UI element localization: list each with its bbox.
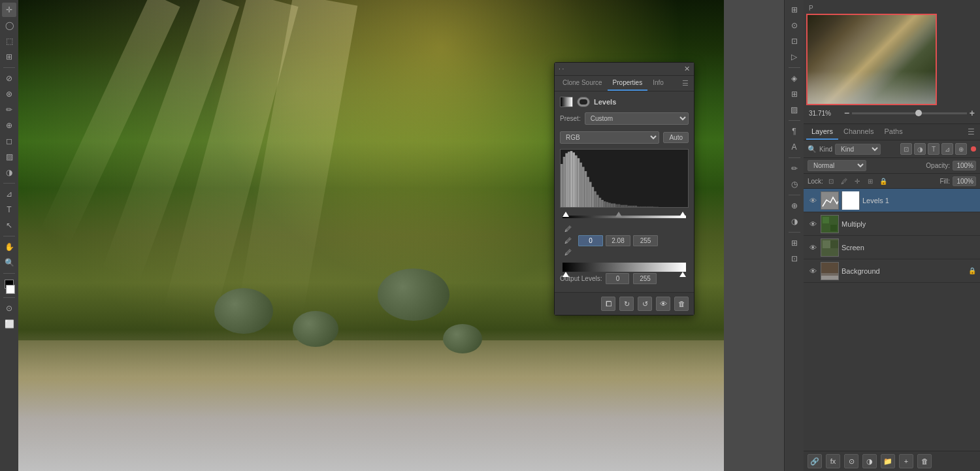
- gradient-panel-btn[interactable]: ▨: [787, 103, 802, 117]
- tab-layers[interactable]: Layers: [806, 124, 838, 140]
- screen-mode-tool[interactable]: ⬜: [2, 317, 16, 331]
- layer-item-levels1[interactable]: 👁 Levels 1: [804, 189, 980, 212]
- preset-select[interactable]: Custom Default Darker Increase Contrast …: [585, 112, 689, 125]
- eraser-tool[interactable]: ◻: [2, 134, 16, 148]
- text-tool[interactable]: T: [2, 203, 16, 217]
- marquee-tool[interactable]: ⬚: [2, 34, 16, 48]
- heal-tool[interactable]: ⊛: [2, 87, 16, 101]
- add-style-btn[interactable]: fx: [826, 454, 840, 468]
- vector-filter-btn[interactable]: ⊿: [941, 143, 953, 155]
- layer-visibility-icon[interactable]: [577, 97, 590, 107]
- white-input-triangle[interactable]: [679, 212, 686, 217]
- black-output-triangle[interactable]: [563, 272, 569, 277]
- tool-presets-btn[interactable]: ◷: [787, 177, 802, 191]
- adjustments-btn[interactable]: ◑: [787, 214, 802, 229]
- character-btn[interactable]: A: [787, 140, 802, 154]
- layer-item-screen[interactable]: 👁 Screen: [804, 236, 980, 259]
- properties-panel-btn[interactable]: ⊕: [787, 199, 802, 213]
- visibility-btn[interactable]: 👁: [656, 297, 670, 311]
- midtone-level-input[interactable]: [606, 235, 630, 246]
- navigator-btn[interactable]: ⊞: [787, 3, 802, 17]
- zoom-slider-thumb[interactable]: [915, 110, 922, 116]
- lock-artboard-btn[interactable]: ⊞: [865, 176, 875, 186]
- blend-mode-select[interactable]: Normal Multiply Screen Overlay: [808, 160, 866, 171]
- zoom-tool[interactable]: 🔍: [2, 255, 16, 270]
- white-eyedropper-btn[interactable]: 🖉: [563, 247, 573, 257]
- lock-all-btn[interactable]: 🔒: [878, 176, 889, 186]
- new-adjustment-btn[interactable]: ◑: [862, 454, 877, 468]
- path-select-tool[interactable]: ↖: [2, 218, 16, 233]
- midtone-input-triangle[interactable]: [615, 212, 622, 217]
- panel-close-btn[interactable]: ✕: [684, 65, 690, 73]
- lasso-tool[interactable]: ◯: [2, 18, 16, 33]
- paragraph-btn[interactable]: ¶: [787, 124, 802, 138]
- tab-properties[interactable]: Properties: [608, 76, 648, 91]
- layer-item-multiply[interactable]: 👁 Multiply: [804, 212, 980, 236]
- svg-rect-0: [561, 164, 563, 207]
- layer-vis-multiply[interactable]: 👁: [808, 219, 818, 229]
- channels-panel-btn[interactable]: ⊡: [787, 252, 802, 266]
- adjustment-filter-btn[interactable]: ◑: [914, 143, 926, 155]
- opacity-input[interactable]: [953, 161, 976, 171]
- lock-image-btn[interactable]: 🖉: [839, 176, 849, 186]
- black-eyedropper-btn[interactable]: 🖉: [563, 223, 573, 234]
- panel-tab-menu-btn[interactable]: ☰: [679, 76, 691, 91]
- type-filter-btn[interactable]: T: [928, 143, 939, 155]
- channel-select[interactable]: RGB Red Green Blue: [560, 131, 659, 144]
- layer-vis-screen[interactable]: 👁: [808, 242, 818, 253]
- clone-stamp-tool[interactable]: ⊕: [2, 118, 16, 133]
- history-btn[interactable]: ⊡: [787, 34, 802, 48]
- tab-channels[interactable]: Channels: [838, 124, 879, 140]
- preview-thumbnail[interactable]: [806, 14, 937, 105]
- link-layers-btn[interactable]: 🔗: [808, 454, 822, 468]
- tab-paths[interactable]: Paths: [879, 124, 908, 140]
- gray-eyedropper-btn[interactable]: 🖉: [563, 235, 573, 246]
- black-level-input[interactable]: [578, 235, 603, 246]
- info-btn[interactable]: ⊙: [787, 18, 802, 33]
- black-input-triangle[interactable]: [563, 212, 569, 217]
- new-group-btn[interactable]: 📁: [881, 454, 895, 468]
- tab-info[interactable]: Info: [647, 76, 669, 91]
- kind-select[interactable]: Kind: [835, 144, 881, 155]
- lock-position-btn[interactable]: ✛: [852, 176, 862, 186]
- zoom-out-btn[interactable]: −: [844, 108, 849, 118]
- color-btn[interactable]: ◈: [787, 71, 802, 86]
- cycle-btn[interactable]: ↻: [619, 297, 634, 311]
- move-tool[interactable]: ✛: [2, 3, 16, 17]
- layer-vis-background[interactable]: 👁: [808, 266, 818, 276]
- zoom-slider-track[interactable]: [852, 112, 967, 114]
- brush-tool[interactable]: ✏: [2, 103, 16, 117]
- gradient-tool[interactable]: ▨: [2, 150, 16, 164]
- quick-mask-tool[interactable]: ⊙: [2, 301, 16, 316]
- output-white-input[interactable]: [633, 273, 657, 284]
- auto-btn[interactable]: Auto: [663, 132, 689, 143]
- clip-to-layer-btn[interactable]: ⧠: [601, 297, 615, 311]
- output-black-input[interactable]: [606, 273, 629, 284]
- layers-panel-menu-btn[interactable]: ☰: [965, 124, 977, 140]
- white-output-triangle[interactable]: [679, 272, 686, 277]
- white-level-input[interactable]: [633, 235, 658, 246]
- fill-input[interactable]: [953, 176, 976, 186]
- lock-transparent-btn[interactable]: ⊡: [826, 176, 836, 186]
- smart-filter-btn[interactable]: ⊕: [955, 143, 967, 155]
- pixel-filter-btn[interactable]: ⊡: [900, 143, 912, 155]
- new-layer-btn[interactable]: +: [899, 454, 913, 468]
- crop-tool[interactable]: ⊞: [2, 50, 16, 64]
- add-mask-btn[interactable]: ⊙: [844, 454, 858, 468]
- layers-panel-btn[interactable]: ⊞: [787, 236, 802, 250]
- tab-clone-source[interactable]: Clone Source: [557, 76, 608, 91]
- dodge-tool[interactable]: ◑: [2, 165, 16, 180]
- actions-btn[interactable]: ▷: [787, 50, 802, 64]
- zoom-in-btn[interactable]: +: [970, 108, 975, 118]
- pen-tool[interactable]: ⊿: [2, 187, 16, 201]
- hand-tool[interactable]: ✋: [2, 240, 16, 254]
- delete-layer-btn[interactable]: 🗑: [917, 454, 932, 468]
- layer-vis-levels1[interactable]: 👁: [808, 195, 818, 206]
- reset-btn[interactable]: ↺: [638, 297, 652, 311]
- delete-btn[interactable]: 🗑: [674, 297, 689, 311]
- eyedropper-tool[interactable]: ⊘: [2, 71, 16, 86]
- swatches-btn[interactable]: ⊞: [787, 87, 802, 101]
- layer-item-background[interactable]: 👁 Background 🔒: [804, 259, 980, 283]
- background-color[interactable]: [6, 285, 15, 294]
- brush-panel-btn[interactable]: ✏: [787, 161, 802, 176]
